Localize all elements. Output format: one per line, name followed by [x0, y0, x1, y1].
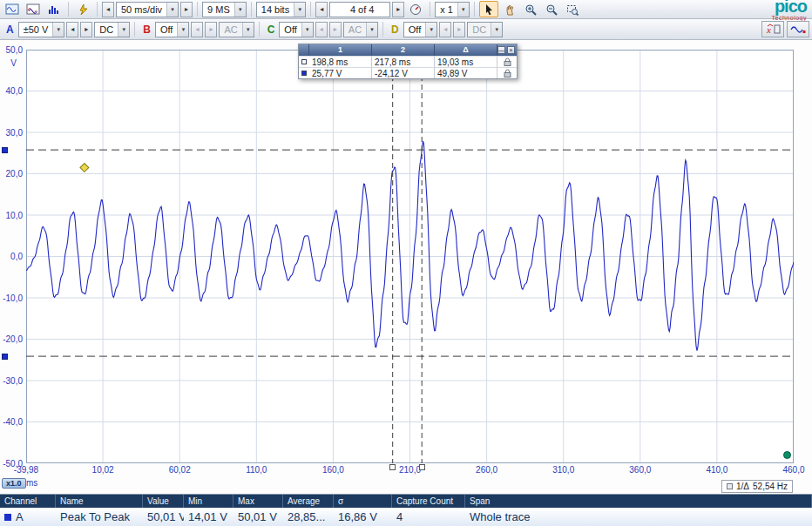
- toolbar-separator: [382, 22, 383, 37]
- toolbar-separator: [259, 22, 260, 37]
- chevron-down-icon: ▾: [491, 23, 502, 37]
- frequency-legend[interactable]: 1/Δ 52,54 Hz: [721, 480, 793, 493]
- coupling-value: AC: [348, 24, 362, 35]
- channel-a-coupling-select[interactable]: DC▾: [94, 22, 130, 37]
- y-axis-tick-label: -40,0: [0, 417, 23, 427]
- measurement-max-cell: 50,01 V: [233, 508, 283, 526]
- channel-b-coupling-select[interactable]: AC▾: [219, 22, 254, 37]
- measurement-name-cell: Peak To Peak: [56, 508, 143, 526]
- voltage-ruler-handle[interactable]: [2, 354, 8, 360]
- ruler-legend-column-header: 1: [309, 44, 372, 56]
- x-axis-zoom-badge[interactable]: x1.0: [2, 478, 26, 489]
- channel-a-range-select[interactable]: ±50 V▾: [18, 22, 65, 37]
- hand-tool-button[interactable]: [500, 1, 519, 17]
- zoom-select[interactable]: x 1 ▾: [435, 2, 470, 17]
- x-axis-tick-label: -39,98: [0, 465, 52, 475]
- channel-c-range-decrease-button[interactable]: ◂: [315, 22, 328, 37]
- chevron-down-icon: ▾: [118, 23, 129, 37]
- channel-b-label: B: [143, 24, 151, 36]
- range-value: Off: [409, 24, 421, 35]
- measurement-span-cell: Whole trace: [465, 508, 812, 526]
- x-axis-tick-label: 310,0: [538, 465, 590, 475]
- timebase-increase-button[interactable]: ▸: [180, 2, 193, 17]
- ruler-add-handle[interactable]: [783, 451, 791, 459]
- ruler-lock-cell[interactable]: [497, 67, 517, 78]
- coupling-value: DC: [472, 24, 486, 35]
- x-axis-tick-label: 160,0: [307, 465, 359, 475]
- measurement-sigma-cell: 16,86 V: [334, 508, 392, 526]
- marquee-zoom-tool-button[interactable]: [563, 1, 582, 17]
- chevron-down-icon: ▾: [294, 3, 305, 17]
- coupling-value: DC: [99, 24, 113, 35]
- channel-d-range-increase-button[interactable]: ▸: [453, 22, 465, 37]
- ruler-legend-corner: [299, 44, 309, 56]
- measurement-capture_count-cell: 4: [392, 508, 465, 526]
- scope-view-button[interactable]: [3, 1, 22, 17]
- ruler-marker-cell: [299, 56, 309, 67]
- ruler-legend-window-buttons: —×: [497, 44, 517, 56]
- timebase-select[interactable]: 50 ms/div ▾: [116, 2, 179, 17]
- scope-graph[interactable]: [26, 50, 794, 463]
- x-axis-tick-label: 60,02: [153, 465, 206, 475]
- ruler-legend-value: 217,8 ms: [372, 56, 435, 67]
- toolbar-separator: [430, 2, 430, 17]
- toolbar-separator: [134, 22, 135, 37]
- awg-sine-icon: [790, 24, 806, 35]
- time-ruler-handle[interactable]: [419, 464, 425, 470]
- chevron-down-icon: ▾: [301, 23, 313, 37]
- zoom-out-tool-button[interactable]: [542, 1, 561, 17]
- buffer-next-button[interactable]: ▸: [392, 2, 404, 17]
- toolbar-separator: [251, 2, 252, 17]
- timebase-decrease-button[interactable]: ◂: [102, 2, 114, 17]
- zoom-in-tool-button[interactable]: [521, 1, 540, 17]
- resolution-select[interactable]: 14 bits ▾: [256, 2, 306, 17]
- time-rulers-marker-icon: [301, 59, 307, 64]
- voltage-ruler-handle[interactable]: [2, 147, 8, 153]
- channel-toolbar: A±50 V▾◂▸DC▾BOff▾◂▸AC▾COff▾◂▸AC▾DOff▾◂▸D…: [0, 19, 812, 40]
- channel-c-range-select[interactable]: Off▾: [279, 22, 313, 37]
- channel-b-range-increase-button[interactable]: ▸: [205, 22, 217, 37]
- channel-b-range-select[interactable]: Off▾: [155, 22, 189, 37]
- y-axis-unit: V: [0, 58, 17, 68]
- chevron-down-icon: ▾: [366, 23, 377, 37]
- signal-generator-button[interactable]: [787, 21, 809, 37]
- samples-select[interactable]: 9 MS ▾: [202, 2, 247, 17]
- buffer-position-value: 4 of 4: [350, 4, 375, 15]
- x-axis-tick-label: 110,0: [230, 465, 282, 475]
- measurement-row[interactable]: APeak To Peak50,01 V14,01 V50,01 V28,85.…: [0, 508, 812, 526]
- measurements-table: ChannelNameValueMinMaxAverageσCapture Co…: [0, 494, 812, 526]
- frequency-legend-label: 1/Δ: [736, 482, 749, 491]
- minimize-button[interactable]: —: [497, 46, 505, 54]
- channel-c-coupling-select[interactable]: AC▾: [343, 22, 378, 37]
- y-axis-tick-label: 30,0: [0, 128, 23, 138]
- chevron-down-icon: ▾: [166, 3, 178, 17]
- persistence-view-icon: [26, 3, 40, 16]
- pico-logo-sub: Technology: [772, 15, 807, 21]
- lock-icon: [504, 57, 511, 66]
- channel-d-range-decrease-button[interactable]: ◂: [439, 22, 451, 37]
- channel-b-range-decrease-button[interactable]: ◂: [191, 22, 203, 37]
- math-channels-button[interactable]: x: [761, 21, 784, 37]
- setup-wizard-button[interactable]: [73, 1, 92, 17]
- y-axis-tick-label: -30,0: [0, 376, 23, 386]
- channel-c-range-increase-button[interactable]: ▸: [329, 22, 342, 37]
- toolbar-separator: [97, 2, 98, 17]
- close-button[interactable]: ×: [507, 46, 515, 54]
- ruler-lock-cell[interactable]: [497, 56, 517, 67]
- pointer-tool-button[interactable]: [479, 1, 498, 17]
- persistence-view-button[interactable]: [24, 1, 43, 17]
- channel-d-coupling-select[interactable]: DC▾: [467, 22, 503, 37]
- buffer-previous-button[interactable]: ◂: [315, 2, 328, 17]
- y-axis-tick-label: 0,0: [0, 252, 23, 261]
- spectrum-view-button[interactable]: [44, 1, 64, 17]
- pico-logo: pico Technology: [772, 0, 809, 21]
- channel-a-range-increase-button[interactable]: ▸: [80, 22, 92, 37]
- time-ruler-handle[interactable]: [389, 464, 396, 470]
- buffer-overview-button[interactable]: [406, 1, 425, 17]
- channel-a-range-decrease-button[interactable]: ◂: [66, 22, 78, 37]
- measurements-column-header: Channel: [0, 495, 56, 508]
- ruler-legend[interactable]: 12Δ—×198,8 ms217,8 ms19,03 ms25,77 V-24,…: [298, 44, 518, 79]
- channel-d-range-select[interactable]: Off▾: [403, 22, 437, 37]
- ruler-legend-value: 25,77 V: [309, 67, 372, 78]
- range-value: Off: [160, 24, 173, 35]
